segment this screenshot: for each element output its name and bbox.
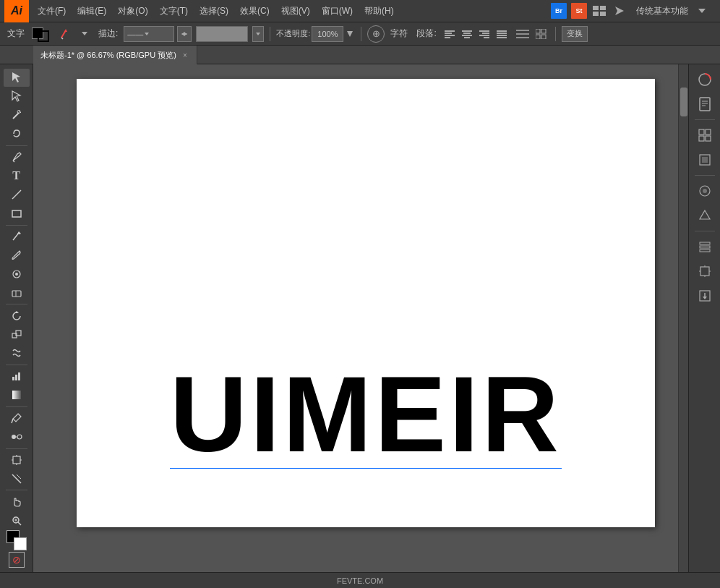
- svg-point-86: [703, 189, 707, 193]
- align-left-icon[interactable]: [442, 27, 457, 41]
- brush-tool[interactable]: [4, 246, 30, 264]
- menu-item-window[interactable]: 窗口(W): [316, 0, 359, 22]
- rp-export-icon[interactable]: [693, 285, 717, 307]
- eraser-tool[interactable]: [4, 284, 30, 302]
- stroke-value-dropdown[interactable]: ——: [124, 26, 174, 42]
- artboard-tool[interactable]: [4, 451, 30, 469]
- blend-tool[interactable]: [4, 428, 30, 446]
- svg-line-8: [61, 38, 63, 39]
- graph-tool[interactable]: [4, 367, 30, 385]
- rp-sep-3: [695, 231, 715, 231]
- opacity-input[interactable]: [312, 26, 343, 42]
- tabs-bar: 未标题-1* @ 66.67% (RGB/GPU 预览) ×: [0, 46, 720, 64]
- main-area: T: [0, 64, 720, 572]
- rp-document-icon[interactable]: [693, 93, 717, 115]
- stroke-stepper[interactable]: [177, 26, 192, 42]
- rp-color-icon[interactable]: [693, 69, 717, 90]
- svg-marker-38: [12, 72, 20, 82]
- pen-dropdown-icon[interactable]: [77, 26, 93, 42]
- svg-point-60: [12, 435, 16, 439]
- none-color-icon[interactable]: ⊘: [9, 552, 25, 568]
- tab-close-button[interactable]: ×: [181, 51, 189, 59]
- svg-rect-0: [593, 6, 599, 10]
- background-color[interactable]: [14, 537, 27, 550]
- direct-select-tool[interactable]: [4, 88, 30, 106]
- vertical-scrollbar[interactable]: [678, 64, 688, 572]
- svg-rect-36: [536, 35, 540, 39]
- rp-appearance-icon[interactable]: [693, 205, 717, 226]
- canvas-area[interactable]: UIMEIR: [33, 64, 688, 572]
- rect-tool[interactable]: [4, 205, 30, 223]
- scroll-thumb[interactable]: [680, 88, 687, 116]
- globe-icon[interactable]: ⊕: [367, 25, 385, 43]
- color-box-dropdown[interactable]: [252, 26, 264, 42]
- send-icon[interactable]: [612, 3, 627, 19]
- menu-right: Br St 传统基本功能: [551, 3, 716, 19]
- pen-tool-icon[interactable]: [56, 25, 74, 43]
- zoom-tool[interactable]: [4, 511, 30, 529]
- pen-tool[interactable]: [4, 148, 30, 166]
- pencil-tool[interactable]: [4, 227, 30, 245]
- svg-point-49: [15, 273, 18, 276]
- rp-sep-1: [695, 119, 715, 120]
- text-more-icon[interactable]: [515, 26, 531, 42]
- svg-marker-13: [256, 33, 260, 35]
- rp-opacity-icon[interactable]: [693, 180, 717, 202]
- magic-wand-tool[interactable]: [4, 106, 30, 124]
- active-tab[interactable]: 未标题-1* @ 66.67% (RGB/GPU 预览) ×: [33, 46, 197, 64]
- svg-rect-82: [706, 136, 711, 141]
- rp-grid-icon[interactable]: [693, 124, 717, 146]
- lasso-tool[interactable]: [4, 125, 30, 143]
- ai-logo-icon[interactable]: Ai: [4, 0, 29, 22]
- align-justify-icon[interactable]: [494, 27, 509, 41]
- menu-item-view[interactable]: 视图(V): [275, 0, 316, 22]
- svg-rect-81: [699, 136, 704, 141]
- svg-rect-90: [700, 250, 710, 252]
- color-fill-box[interactable]: [196, 26, 248, 42]
- svg-marker-39: [12, 91, 20, 101]
- canvas-main-text[interactable]: UIMEIR: [170, 354, 562, 474]
- select-tool[interactable]: [4, 69, 30, 87]
- menu-item-help[interactable]: 帮助(H): [359, 0, 400, 22]
- arrange-icon[interactable]: [591, 3, 607, 19]
- menu-item-select[interactable]: 选择(S): [194, 0, 234, 22]
- svg-rect-1: [600, 6, 606, 10]
- stroke-label: 描边:: [95, 27, 121, 40]
- gradient-tool[interactable]: [4, 386, 30, 404]
- svg-line-71: [18, 522, 21, 525]
- color-swatches: [7, 530, 27, 550]
- svg-rect-3: [600, 12, 606, 16]
- svg-rect-55: [12, 377, 14, 380]
- align-right-icon[interactable]: [477, 27, 492, 41]
- menu-item-object[interactable]: 对象(O): [112, 0, 153, 22]
- rp-artboards-icon[interactable]: [693, 260, 717, 282]
- eyedropper-tool[interactable]: [4, 409, 30, 427]
- menu-item-text[interactable]: 文字(T): [154, 0, 194, 22]
- lt-sep-1: [6, 145, 27, 146]
- rp-layers-icon[interactable]: [693, 236, 717, 257]
- char-label: 字符: [387, 27, 411, 40]
- transform-button[interactable]: 变换: [562, 26, 588, 42]
- workspace-dropdown-icon[interactable]: [694, 3, 710, 19]
- align-center-icon[interactable]: [460, 27, 474, 41]
- blob-brush-tool[interactable]: [4, 265, 30, 283]
- menu-item-edit[interactable]: 编辑(E): [72, 0, 112, 22]
- type-tool[interactable]: T: [4, 167, 30, 185]
- hand-tool[interactable]: [4, 493, 30, 511]
- line-tool[interactable]: [4, 186, 30, 204]
- menu-item-file[interactable]: 文件(F): [32, 0, 72, 22]
- opacity-expand-icon[interactable]: [345, 26, 355, 42]
- stock-icon[interactable]: St: [571, 3, 587, 19]
- warp-tool[interactable]: [4, 344, 30, 362]
- menu-item-effect[interactable]: 效果(C): [234, 0, 275, 22]
- slice-tool[interactable]: [4, 469, 30, 487]
- svg-rect-57: [18, 372, 20, 380]
- rp-transform-icon[interactable]: [693, 149, 717, 171]
- toolbar-separator-1: [270, 27, 270, 41]
- stroke-swatch[interactable]: [38, 30, 49, 42]
- scale-tool[interactable]: [4, 325, 30, 344]
- bridge-icon[interactable]: Br: [551, 3, 567, 19]
- rotate-tool[interactable]: [4, 307, 30, 325]
- grid-icon[interactable]: [533, 26, 549, 42]
- svg-line-43: [13, 161, 14, 162]
